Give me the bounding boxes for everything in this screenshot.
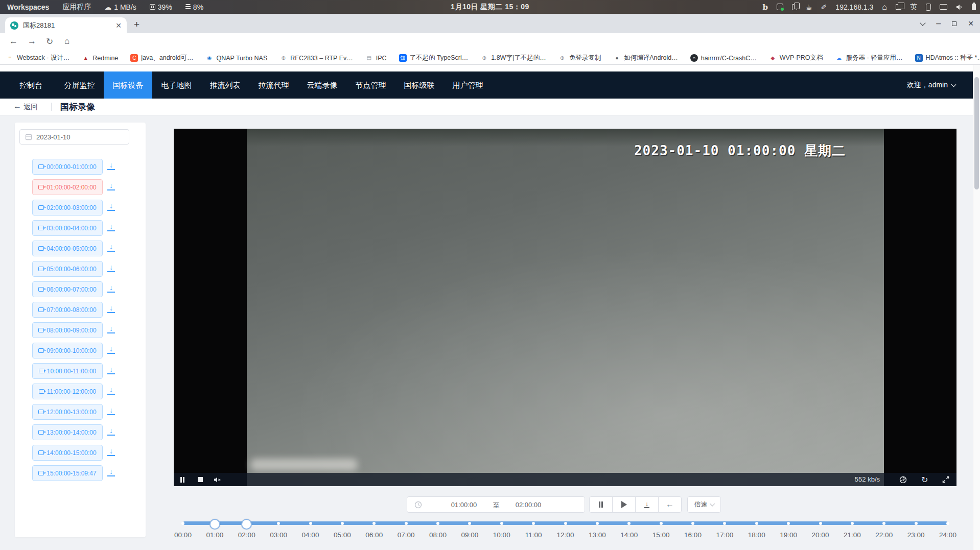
player-stop-icon[interactable]: [198, 473, 203, 486]
segment-download-icon[interactable]: ↓: [107, 427, 115, 436]
ip-address-indicator[interactable]: 192.168.1.3: [835, 3, 873, 11]
segment-download-icon[interactable]: ↓: [107, 161, 115, 170]
window-maximize-button[interactable]: [952, 21, 956, 26]
back-nav-icon[interactable]: ←: [9, 36, 18, 46]
segment-button[interactable]: 05:00:00-06:00:00: [32, 261, 103, 277]
download-button[interactable]: ↓: [635, 496, 659, 513]
segment-button[interactable]: 01:00:00-02:00:00: [32, 179, 103, 195]
battery-icon[interactable]: [972, 4, 976, 10]
segment-download-icon[interactable]: ↓: [107, 406, 115, 415]
segment-button[interactable]: 11:00:00-12:00:00: [32, 384, 103, 399]
segment-button[interactable]: 07:00:00-08:00:00: [32, 302, 103, 318]
shutter-settings-icon[interactable]: [899, 473, 907, 486]
window-minimize-button[interactable]: –: [936, 19, 941, 28]
back-button[interactable]: 返回: [24, 103, 38, 112]
coffee-caffeine-icon[interactable]: ☕: [806, 3, 812, 11]
player-refresh-icon[interactable]: ↻: [921, 473, 928, 486]
speed-dropdown[interactable]: 倍速: [687, 496, 721, 513]
tool-tray-icon[interactable]: ✐: [821, 3, 827, 11]
timeline-handle[interactable]: [241, 519, 252, 530]
bookmarks-overflow-chevron[interactable]: »: [968, 53, 972, 61]
segment-button[interactable]: 12:00:00-13:00:00: [32, 404, 103, 420]
segment-button[interactable]: 13:00:00-14:00:00: [32, 424, 103, 440]
time-range-input[interactable]: 01:00:00 至 02:00:00: [407, 496, 585, 513]
phone-link-icon[interactable]: [926, 4, 931, 11]
nav-item-2[interactable]: 国标设备: [104, 71, 152, 99]
clipboard-tray-icon[interactable]: [792, 4, 797, 10]
segment-button[interactable]: 14:00:00-15:00:00: [32, 445, 103, 461]
bookmark-item[interactable]: Cjava、android可…: [130, 54, 193, 62]
segment-download-icon[interactable]: ↓: [107, 325, 115, 333]
segment-button[interactable]: 04:00:00-05:00:00: [32, 241, 103, 256]
bing-tray-icon[interactable]: b: [763, 3, 768, 12]
nav-item-0[interactable]: 控制台: [7, 71, 55, 99]
segment-download-icon[interactable]: ↓: [107, 182, 115, 190]
bookmark-item[interactable]: ▤IPC: [365, 54, 387, 62]
bookmark-item[interactable]: ⊕RFC2833 – RTP Ev…: [279, 54, 353, 62]
nav-item-8[interactable]: 国标级联: [395, 71, 444, 99]
scrollbar-thumb[interactable]: [974, 77, 979, 189]
bookmark-item[interactable]: ◆WVP-PRO文档: [769, 54, 823, 62]
segment-button[interactable]: 00:00:00-01:00:00: [32, 159, 103, 175]
home-tray-icon[interactable]: ⌂: [882, 3, 887, 12]
nav-item-3[interactable]: 电子地图: [152, 71, 201, 99]
segment-button[interactable]: 02:00:00-03:00:00: [32, 200, 103, 216]
bookmark-item[interactable]: ▲Redmine: [82, 54, 118, 62]
windows-stack-icon[interactable]: [896, 4, 901, 10]
input-method-indicator[interactable]: 英: [910, 3, 917, 12]
page-scrollbar[interactable]: [973, 65, 980, 550]
date-picker-input[interactable]: 2023-01-10: [19, 129, 129, 145]
bookmark-item[interactable]: ○hairrrrr/C-CrashC…: [690, 54, 757, 62]
segment-button[interactable]: 15:00:00-15:09:47: [32, 465, 103, 481]
browser-tab[interactable]: 国标28181 ✕: [5, 17, 127, 33]
bookmark-item[interactable]: ⊕1.8W字|了不起的…: [480, 54, 546, 62]
start-time-field[interactable]: 01:00:00: [441, 501, 487, 509]
segment-button[interactable]: 09:00:00-10:00:00: [32, 343, 103, 358]
tab-search-chevron-icon[interactable]: [920, 20, 926, 26]
bookmark-item[interactable]: ≡Webstack - 设计…: [6, 54, 69, 62]
segment-download-icon[interactable]: ↓: [107, 223, 115, 231]
segment-download-icon[interactable]: ↓: [107, 304, 115, 313]
segment-download-icon[interactable]: ↓: [107, 284, 115, 293]
segment-button[interactable]: 10:00:00-11:00:00: [32, 363, 103, 379]
reload-icon[interactable]: ↻: [46, 36, 53, 47]
home-icon[interactable]: ⌂: [64, 36, 69, 46]
segment-download-icon[interactable]: ↓: [107, 243, 115, 252]
app-indicator-icon[interactable]: [777, 4, 783, 10]
nav-item-9[interactable]: 用户管理: [444, 71, 492, 99]
fullscreen-icon[interactable]: [942, 473, 949, 486]
nav-item-4[interactable]: 推流列表: [201, 71, 249, 99]
segment-download-icon[interactable]: ↓: [107, 386, 115, 395]
segment-button[interactable]: 08:00:00-09:00:00: [32, 322, 103, 338]
bookmark-item[interactable]: ⊕免登录复制: [558, 54, 601, 62]
timeline-track[interactable]: [183, 519, 948, 527]
nav-item-1[interactable]: 分屏监控: [55, 71, 104, 99]
player-mute-icon[interactable]: [214, 473, 221, 486]
timeline-handle[interactable]: [209, 519, 220, 530]
bookmark-item[interactable]: ●如何编译Android…: [613, 54, 678, 62]
segment-download-icon[interactable]: ↓: [107, 202, 115, 211]
pause-button[interactable]: [589, 496, 613, 513]
end-time-field[interactable]: 02:00:00: [505, 501, 551, 509]
segment-button[interactable]: 06:00:00-07:00:00: [32, 281, 103, 297]
bookmark-item[interactable]: 知了不起的 TypeScri…: [399, 54, 469, 62]
forward-nav-icon[interactable]: →: [28, 36, 36, 46]
window-close-button[interactable]: ✕: [968, 19, 974, 28]
segment-button[interactable]: 03:00:00-04:00:00: [32, 220, 103, 236]
play-button[interactable]: [612, 496, 636, 513]
segment-download-icon[interactable]: ↓: [107, 345, 115, 354]
segment-download-icon[interactable]: ↓: [107, 447, 115, 456]
seek-back-button[interactable]: ←: [658, 496, 682, 513]
segment-download-icon[interactable]: ↓: [107, 468, 115, 476]
volume-icon[interactable]: [956, 4, 963, 10]
segment-download-icon[interactable]: ↓: [107, 264, 115, 272]
player-pause-icon[interactable]: [180, 473, 184, 486]
tab-close-icon[interactable]: ✕: [115, 22, 122, 29]
display-icon[interactable]: [940, 4, 947, 10]
nav-item-7[interactable]: 节点管理: [346, 71, 395, 99]
bookmark-item[interactable]: ☁服务器 - 轻量应用…: [835, 54, 903, 62]
back-arrow-icon[interactable]: ←: [13, 102, 21, 111]
nav-item-6[interactable]: 云端录像: [298, 71, 346, 99]
bookmark-item[interactable]: ◉QNAP Turbo NAS: [205, 54, 267, 62]
new-tab-button[interactable]: +: [134, 19, 139, 29]
